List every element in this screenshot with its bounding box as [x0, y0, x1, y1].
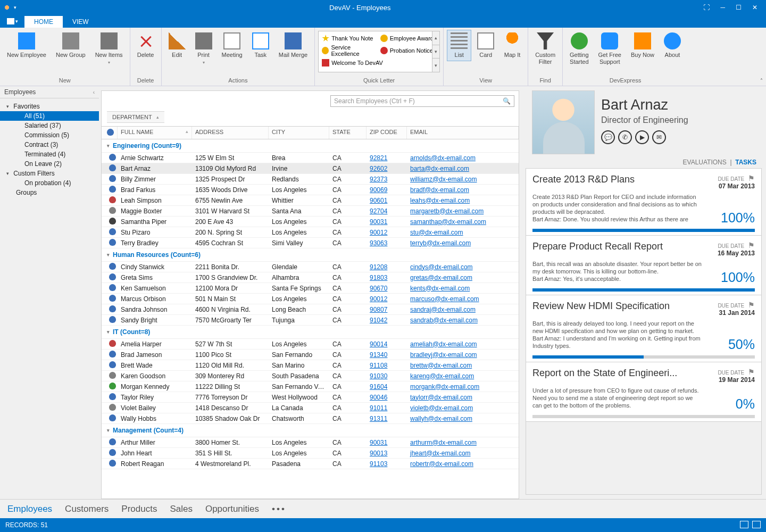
table-row[interactable]: Wally Hobbs 10385 Shadow Oak Dr Chatswor… [102, 413, 519, 424]
table-row[interactable]: Violet Bailey 1418 Descanso Dr La Canada… [102, 403, 519, 413]
tab-view[interactable]: VIEW [63, 16, 98, 28]
bottom-nav-item[interactable]: Employees [7, 504, 52, 514]
table-row[interactable]: Karen Goodson 309 Monterey Rd South Pasa… [102, 371, 519, 381]
zip-link[interactable]: 91103 [367, 460, 407, 468]
column-header[interactable]: STATE [329, 127, 367, 139]
email-link[interactable]: morgank@dx-email.com [407, 383, 519, 390]
search-input[interactable]: Search Employees (Ctrl + F) 🔍 [330, 95, 514, 107]
zip-link[interactable]: 93063 [367, 239, 407, 247]
table-row[interactable]: John Heart 351 S Hill St. Los Angeles CA… [102, 448, 519, 459]
email-link[interactable]: marcuso@dx-email.com [407, 295, 519, 303]
gallery-up-icon[interactable]: ▴ [432, 31, 439, 45]
table-row[interactable]: Taylor Riley 7776 Torreyson Dr West Holl… [102, 392, 519, 403]
gallery-expand-icon[interactable]: ▾ [432, 59, 439, 72]
buy-now-button[interactable]: Buy Now [627, 30, 658, 61]
phone-icon[interactable]: ✆ [618, 130, 632, 144]
table-row[interactable]: Marcus Orbison 501 N Main St Los Angeles… [102, 294, 519, 304]
table-row[interactable]: Sandra Johnson 4600 N Virginia Rd. Long … [102, 304, 519, 315]
view-card-button[interactable]: Card [473, 30, 498, 61]
zip-link[interactable]: 90013 [367, 450, 407, 457]
task-card[interactable]: Review New HDMI Specification DUE DATE ⚑… [526, 295, 761, 362]
table-row[interactable]: Arnie Schwartz 125 W Elm St Brea CA 9282… [102, 153, 519, 163]
sidebar-item[interactable]: On probation (4) [0, 178, 99, 188]
view-switch-icon[interactable] [740, 521, 748, 528]
bottom-nav-item[interactable]: Products [121, 504, 157, 514]
table-row[interactable]: Brett Wade 1120 Old Mill Rd. San Marino … [102, 360, 519, 371]
table-row[interactable]: Arthur Miller 3800 Homer St. Los Angeles… [102, 437, 519, 448]
column-header[interactable]: ZIP CODE [367, 127, 407, 139]
email-link[interactable]: sandraj@dx-email.com [407, 306, 519, 313]
file-button[interactable]: ▾ [0, 15, 24, 28]
table-row[interactable]: Terry Bradley 4595 Cochran St Simi Valle… [102, 238, 519, 248]
task-card[interactable]: Report on the State of Engineeri... DUE … [526, 362, 761, 422]
new-group-button[interactable]: New Group [52, 30, 89, 61]
zip-link[interactable]: 90031 [367, 439, 407, 446]
zip-link[interactable]: 91604 [367, 383, 407, 390]
table-row[interactable]: Maggie Boxter 3101 W Harvard St Santa An… [102, 206, 519, 217]
table-row[interactable]: Brad Farkus 1635 Woods Drive Los Angeles… [102, 185, 519, 195]
minimize-icon[interactable]: ─ [720, 4, 725, 11]
sidebar-item[interactable]: Commission (5) [0, 130, 99, 140]
sidebar-group-groups[interactable]: Groups [0, 188, 99, 197]
fullscreen-icon[interactable]: ⛶ [703, 4, 710, 11]
sidebar-group-favorites[interactable]: ▾ Favorites [0, 102, 99, 111]
table-row[interactable]: Samantha Piper 200 E Ave 43 Los Angeles … [102, 217, 519, 227]
email-link[interactable]: arnolds@dx-email.com [407, 154, 519, 162]
email-link[interactable]: brettw@dx-email.com [407, 362, 519, 369]
new-items-button[interactable]: New Items▾ [91, 30, 127, 69]
tab-evaluations[interactable]: EVALUATIONS [683, 159, 727, 166]
email-link[interactable]: taylorr@dx-email.com [407, 394, 519, 401]
group-by-chip[interactable]: DEPARTMENT ▴ [107, 111, 164, 123]
zip-link[interactable]: 90601 [367, 197, 407, 204]
custom-filter-button[interactable]: Custom Filter [531, 30, 559, 68]
new-employee-button[interactable]: New Employee [3, 30, 50, 61]
email-link[interactable]: gretas@dx-email.com [407, 274, 519, 281]
close-icon[interactable]: ✕ [752, 4, 757, 11]
view-switch-icon[interactable] [752, 521, 761, 528]
zip-link[interactable]: 91208 [367, 263, 407, 271]
group-row[interactable]: ▾Human Resources (Count=6) [102, 248, 519, 262]
zip-link[interactable]: 92821 [367, 154, 407, 162]
sidebar-item[interactable]: On Leave (2) [0, 159, 99, 169]
email-link[interactable]: kareng@dx-email.com [407, 372, 519, 380]
chat-icon[interactable]: 💬 [601, 130, 615, 144]
email-link[interactable]: arthurm@dx-email.com [407, 439, 519, 446]
email-link[interactable]: cindys@dx-email.com [407, 263, 519, 271]
table-row[interactable]: Greta Sims 1700 S Grandview Dr. Alhambra… [102, 272, 519, 283]
meeting-button[interactable]: Meeting [218, 30, 246, 61]
email-link[interactable]: violetb@dx-email.com [407, 404, 519, 412]
mail-merge-button[interactable]: Mail Merge [275, 30, 311, 61]
table-row[interactable]: Leah Simpson 6755 Newlin Ave Whittier CA… [102, 195, 519, 206]
tab-home[interactable]: HOME [24, 16, 63, 28]
table-row[interactable]: Amelia Harper 527 W 7th St Los Angeles C… [102, 339, 519, 350]
zip-link[interactable]: 90670 [367, 285, 407, 292]
email-link[interactable]: williamz@dx-email.com [407, 176, 519, 183]
column-header[interactable]: FULL NAME ▴ [118, 127, 192, 139]
bottom-nav-item[interactable]: Customers [65, 504, 109, 514]
zip-link[interactable]: 90807 [367, 306, 407, 313]
email-link[interactable]: wallyh@dx-email.com [407, 415, 519, 422]
zip-link[interactable]: 91042 [367, 317, 407, 324]
email-link[interactable]: terryb@dx-email.com [407, 239, 519, 247]
view-list-button[interactable]: List [447, 30, 471, 61]
zip-link[interactable]: 91011 [367, 404, 407, 412]
table-row[interactable]: Billy Zimmer 1325 Prospect Dr Redlands C… [102, 174, 519, 185]
zip-link[interactable]: 90014 [367, 340, 407, 348]
sidebar-group-custom[interactable]: ▾ Custom Filters [0, 169, 99, 178]
zip-link[interactable]: 92704 [367, 207, 407, 215]
table-row[interactable]: Cindy Stanwick 2211 Bonita Dr. Glendale … [102, 262, 519, 272]
email-icon[interactable]: ✉ [652, 130, 666, 144]
task-card[interactable]: Create 2013 R&D Plans DUE DATE ⚑ 07 Mar … [526, 169, 761, 236]
group-row[interactable]: ▾Engineering (Count=9) [102, 139, 519, 153]
zip-link[interactable]: 92373 [367, 176, 407, 183]
sidebar-item[interactable]: Contract (3) [0, 140, 99, 149]
print-button[interactable]: Print▾ [192, 30, 216, 69]
table-row[interactable]: Brad Jameson 1100 Pico St San Fernando C… [102, 350, 519, 360]
email-link[interactable]: margaretb@dx-email.com [407, 207, 519, 215]
table-row[interactable]: Sandy Bright 7570 McGroarty Ter Tujunga … [102, 315, 519, 326]
about-button[interactable]: About [660, 30, 685, 61]
table-row[interactable]: Bart Arnaz 13109 Old Myford Rd Irvine CA… [102, 163, 519, 174]
email-link[interactable]: bradf@dx-email.com [407, 186, 519, 194]
column-header[interactable]: ADDRESS [192, 127, 269, 139]
edit-button[interactable]: Edit [165, 30, 189, 61]
